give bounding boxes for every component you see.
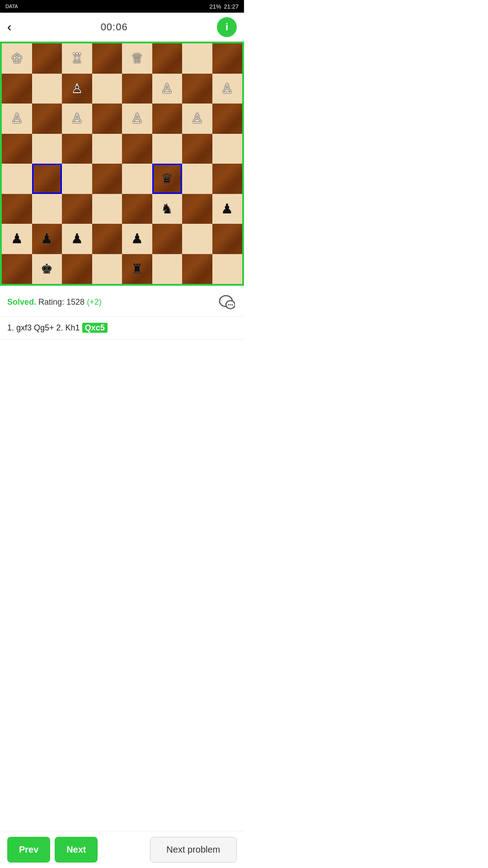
piece-c2: ♟ (71, 232, 83, 245)
piece-c7: ♙ (71, 82, 83, 95)
cell-b1[interactable]: ♚ (32, 254, 62, 284)
cell-c8[interactable]: ♖ (62, 43, 92, 74)
cell-d7[interactable] (92, 74, 122, 104)
cell-g6[interactable]: ♙ (182, 104, 212, 134)
cell-e3[interactable] (122, 194, 152, 224)
status-right: 21% 21:27 (209, 3, 239, 10)
timer-display: 00:06 (101, 21, 128, 33)
cell-g5[interactable] (182, 134, 212, 164)
piece-c8: ♖ (71, 52, 83, 65)
piece-a2: ♟ (11, 232, 23, 245)
board-wrapper: ♔♖♕♙♙♙♙♙♙♙♛♞♟♟♟♟♟♚♜ (0, 42, 244, 286)
cell-h8[interactable] (212, 43, 243, 74)
cell-a6[interactable]: ♙ (2, 104, 32, 134)
cell-f6[interactable] (152, 104, 183, 134)
cell-f8[interactable] (152, 43, 183, 74)
cell-d2[interactable] (92, 224, 122, 254)
cell-a4[interactable] (2, 164, 32, 194)
cell-h1[interactable] (212, 254, 243, 284)
svg-point-2 (228, 304, 230, 306)
cell-d4[interactable] (92, 164, 122, 194)
piece-a6: ♙ (11, 112, 23, 125)
cell-g2[interactable] (182, 224, 212, 254)
cell-d8[interactable] (92, 43, 122, 74)
cell-b6[interactable] (32, 104, 62, 134)
piece-e6: ♙ (131, 112, 143, 125)
cell-b7[interactable] (32, 74, 62, 104)
cell-f4[interactable]: ♛ (152, 164, 183, 194)
cell-a1[interactable] (2, 254, 32, 284)
piece-a8: ♔ (11, 52, 23, 65)
cell-f3[interactable]: ♞ (152, 194, 183, 224)
header: ‹ 00:06 i (0, 13, 244, 42)
cell-e1[interactable]: ♜ (122, 254, 152, 284)
piece-f7: ♙ (161, 82, 173, 95)
svg-point-4 (232, 304, 233, 306)
cell-d3[interactable] (92, 194, 122, 224)
comment-icon[interactable] (217, 292, 237, 312)
piece-h3: ♟ (221, 202, 233, 216)
cell-c6[interactable]: ♙ (62, 104, 92, 134)
cell-d6[interactable] (92, 104, 122, 134)
cell-a2[interactable]: ♟ (2, 224, 32, 254)
cell-e8[interactable]: ♕ (122, 43, 152, 74)
cell-e4[interactable] (122, 164, 152, 194)
back-button[interactable]: ‹ (7, 21, 11, 33)
cell-a8[interactable]: ♔ (2, 43, 32, 74)
cell-b4[interactable] (32, 164, 62, 194)
moves-section: 1. gxf3 Qg5+ 2. Kh1 Qxc5 (0, 317, 244, 340)
cell-d1[interactable] (92, 254, 122, 284)
cell-e5[interactable] (122, 134, 152, 164)
info-button[interactable]: i (217, 17, 237, 37)
cell-h6[interactable] (212, 104, 243, 134)
cell-g1[interactable] (182, 254, 212, 284)
cell-c1[interactable] (62, 254, 92, 284)
cell-c5[interactable] (62, 134, 92, 164)
piece-e2: ♟ (131, 232, 143, 245)
cell-h4[interactable] (212, 164, 243, 194)
cell-e2[interactable]: ♟ (122, 224, 152, 254)
cell-h7[interactable]: ♙ (212, 74, 243, 104)
piece-b2: ♟ (41, 232, 53, 245)
solve-text: Solved. Rating: 1528 (+2) (7, 297, 102, 307)
cell-g7[interactable] (182, 74, 212, 104)
cell-e6[interactable]: ♙ (122, 104, 152, 134)
status-bar: DATA 21% 21:27 (0, 0, 244, 13)
status-data: DATA (5, 4, 18, 9)
cell-h5[interactable] (212, 134, 243, 164)
cell-b5[interactable] (32, 134, 62, 164)
cell-a5[interactable] (2, 134, 32, 164)
moves-text: 1. gxf3 Qg5+ 2. Kh1 (7, 323, 82, 332)
piece-f4: ♛ (161, 172, 173, 185)
solve-info: Solved. Rating: 1528 (+2) (0, 286, 244, 317)
cell-d5[interactable] (92, 134, 122, 164)
cell-c3[interactable] (62, 194, 92, 224)
cell-g3[interactable] (182, 194, 212, 224)
cell-f2[interactable] (152, 224, 183, 254)
cell-g8[interactable] (182, 43, 212, 74)
rating-text: Rating: 1528 (38, 297, 87, 307)
rating-change: (+2) (87, 297, 102, 307)
piece-c6: ♙ (71, 112, 83, 125)
cell-h3[interactable]: ♟ (212, 194, 243, 224)
cell-f1[interactable] (152, 254, 183, 284)
cell-h2[interactable] (212, 224, 243, 254)
piece-b1: ♚ (41, 262, 53, 276)
cell-f7[interactable]: ♙ (152, 74, 183, 104)
cell-g4[interactable] (182, 164, 212, 194)
cell-c2[interactable]: ♟ (62, 224, 92, 254)
chess-board[interactable]: ♔♖♕♙♙♙♙♙♙♙♛♞♟♟♟♟♟♚♜ (2, 43, 242, 284)
cell-e7[interactable] (122, 74, 152, 104)
cell-a3[interactable] (2, 194, 32, 224)
status-time: 21:27 (224, 3, 239, 10)
cell-f5[interactable] (152, 134, 183, 164)
cell-c7[interactable]: ♙ (62, 74, 92, 104)
solved-label: Solved. (7, 297, 36, 307)
cell-b3[interactable] (32, 194, 62, 224)
cell-c4[interactable] (62, 164, 92, 194)
cell-b2[interactable]: ♟ (32, 224, 62, 254)
piece-h7: ♙ (221, 82, 233, 95)
piece-e1: ♜ (131, 262, 143, 276)
cell-b8[interactable] (32, 43, 62, 74)
cell-a7[interactable] (2, 74, 32, 104)
